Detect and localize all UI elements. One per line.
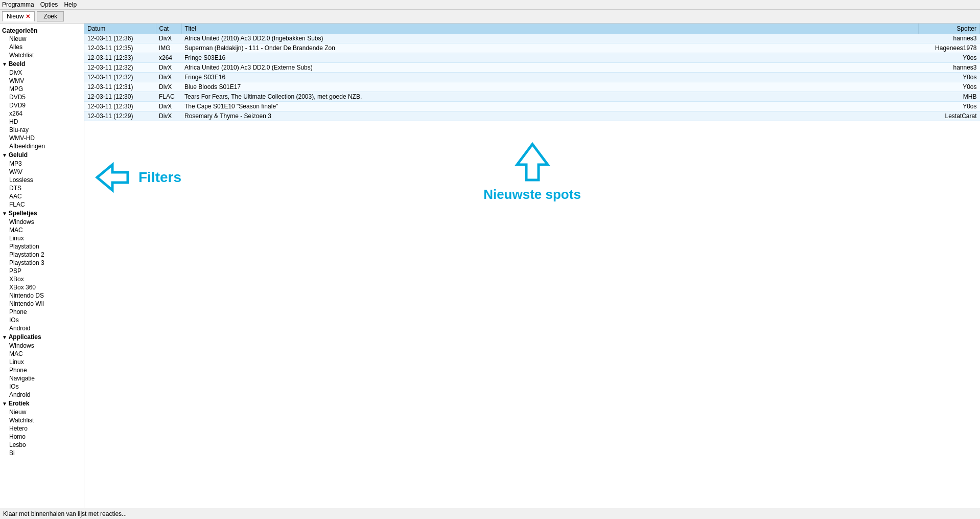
menu-help[interactable]: Help — [64, 1, 77, 8]
cell-cat: x264 — [156, 53, 181, 63]
sidebar-item-nintendo-ds[interactable]: Nintendo DS — [0, 291, 84, 300]
sidebar-item-linux-games[interactable]: Linux — [0, 234, 84, 242]
col-spotter[interactable]: Spotter — [919, 24, 980, 34]
cell-spotter: Y0os — [919, 73, 980, 82]
cell-cat: DivX — [156, 82, 181, 92]
sidebar-item-dvd5[interactable]: DVD5 — [0, 93, 84, 101]
content-area: Datum Cat Titel Spotter 12-03-11 (12:36)… — [84, 24, 980, 512]
table-row[interactable]: 12-03-11 (12:30)DivXThe Cape S01E10 "Sea… — [84, 102, 980, 111]
sidebar-item-alles[interactable]: Alles — [0, 43, 84, 51]
tab-close-icon[interactable]: ✕ — [26, 13, 30, 20]
cell-titel: Fringe S03E16 — [181, 73, 919, 82]
sidebar-item-hetero[interactable]: Hetero — [0, 424, 84, 433]
cell-cat: IMG — [156, 43, 181, 53]
sidebar-item-playstation[interactable]: Playstation — [0, 242, 84, 251]
sidebar-item-dvd9[interactable]: DVD9 — [0, 101, 84, 109]
sidebar-item-windows-apps[interactable]: Windows — [0, 342, 84, 350]
sidebar-item-mac-apps[interactable]: MAC — [0, 350, 84, 358]
filters-hint: Filters — [95, 162, 181, 193]
cell-spotter: hannes3 — [919, 34, 980, 43]
cell-datum: 12-03-11 (12:36) — [84, 34, 156, 43]
sidebar-item-windows-games[interactable]: Windows — [0, 218, 84, 226]
sidebar-section-applicaties[interactable]: Applicaties — [0, 332, 84, 342]
sidebar-item-lesbo[interactable]: Lesbo — [0, 441, 84, 449]
menu-opties[interactable]: Opties — [40, 1, 58, 8]
sidebar-section-spelletjes[interactable]: Spelletjes — [0, 209, 84, 218]
sidebar-item-wmv-hd[interactable]: WMV-HD — [0, 134, 84, 142]
sidebar-item-playstation2[interactable]: Playstation 2 — [0, 251, 84, 259]
cell-spotter: hannes3 — [919, 63, 980, 73]
newest-spots-hint: Nieuwste spots — [483, 142, 581, 202]
sidebar-item-lossless[interactable]: Lossless — [0, 176, 84, 184]
sidebar-item-bi[interactable]: Bi — [0, 449, 84, 457]
sidebar-item-watchlist[interactable]: Watchlist — [0, 51, 84, 59]
sidebar-item-wmv[interactable]: WMV — [0, 77, 84, 85]
sidebar-section-erotiek[interactable]: Erotiek — [0, 399, 84, 408]
filters-label: Filters — [138, 169, 181, 186]
cell-titel: The Cape S01E10 "Season finale" — [181, 102, 919, 111]
cell-spotter: Hagenees1978 — [919, 43, 980, 53]
table-row[interactable]: 12-03-11 (12:30)FLACTears For Fears, The… — [84, 92, 980, 102]
sidebar-item-phone-apps[interactable]: Phone — [0, 366, 84, 374]
search-button[interactable]: Zoek — [37, 11, 64, 21]
table-row[interactable]: 12-03-11 (12:32)DivXFringe S03E16Y0os — [84, 73, 980, 82]
cell-titel: Africa United (2010) Ac3 DD2.0 (Externe … — [181, 63, 919, 73]
sidebar-item-phone-games[interactable]: Phone — [0, 308, 84, 316]
cell-datum: 12-03-11 (12:32) — [84, 73, 156, 82]
sidebar-item-linux-apps[interactable]: Linux — [0, 358, 84, 366]
cell-titel: Africa United (2010) Ac3 DD2.0 (Ingebakk… — [181, 34, 919, 43]
cell-cat: DivX — [156, 102, 181, 111]
sidebar-item-flac[interactable]: FLAC — [0, 200, 84, 209]
table-row[interactable]: 12-03-11 (12:29)DivXRosemary & Thyme - S… — [84, 111, 980, 121]
statusbar-text: Klaar met binnenhalen van lijst met reac… — [3, 510, 127, 517]
main-layout: Categorieën Nieuw Alles Watchlist Beeld … — [0, 24, 980, 512]
cell-cat: FLAC — [156, 92, 181, 102]
sidebar-item-hd[interactable]: HD — [0, 118, 84, 126]
sidebar-item-bluray[interactable]: Blu-ray — [0, 126, 84, 134]
cell-titel: Superman (Baldakijn) - 111 - Onder De Br… — [181, 43, 919, 53]
sidebar-item-dts[interactable]: DTS — [0, 184, 84, 192]
col-cat[interactable]: Cat — [156, 24, 181, 34]
sidebar-item-erotiek-watchlist[interactable]: Watchlist — [0, 416, 84, 424]
sidebar-item-android-games[interactable]: Android — [0, 324, 84, 332]
newest-spots-label: Nieuwste spots — [483, 187, 581, 202]
sidebar-item-xbox360[interactable]: XBox 360 — [0, 283, 84, 291]
sidebar-item-divx[interactable]: DivX — [0, 69, 84, 77]
sidebar-item-playstation3[interactable]: Playstation 3 — [0, 259, 84, 267]
sidebar-section-geluid[interactable]: Geluid — [0, 150, 84, 160]
menu-programma[interactable]: Programma — [2, 1, 34, 8]
sidebar-item-aac[interactable]: AAC — [0, 192, 84, 200]
sidebar-item-navigatie[interactable]: Navigatie — [0, 374, 84, 382]
sidebar-item-ios-apps[interactable]: IOs — [0, 382, 84, 391]
table-row[interactable]: 12-03-11 (12:32)DivXAfrica United (2010)… — [84, 63, 980, 73]
sidebar-item-x264[interactable]: x264 — [0, 109, 84, 118]
sidebar-item-afbeeldingen[interactable]: Afbeeldingen — [0, 142, 84, 150]
sidebar-item-mp3[interactable]: MP3 — [0, 160, 84, 168]
sidebar-item-xbox[interactable]: XBox — [0, 275, 84, 283]
sidebar-item-mac-games[interactable]: MAC — [0, 226, 84, 234]
sidebar-item-ios-games[interactable]: IOs — [0, 316, 84, 324]
sidebar-item-mpg[interactable]: MPG — [0, 85, 84, 93]
sidebar-item-android-apps[interactable]: Android — [0, 391, 84, 399]
table-row[interactable]: 12-03-11 (12:33)x264Fringe S03E16Y0os — [84, 53, 980, 63]
sidebar-item-homo[interactable]: Homo — [0, 433, 84, 441]
table-row[interactable]: 12-03-11 (12:36)DivXAfrica United (2010)… — [84, 34, 980, 43]
sidebar-item-psp[interactable]: PSP — [0, 267, 84, 275]
col-datum[interactable]: Datum — [84, 24, 156, 34]
sidebar-item-nintendo-wii[interactable]: Nintendo Wii — [0, 300, 84, 308]
sidebar-item-wav[interactable]: WAV — [0, 168, 84, 176]
cell-titel: Fringe S03E16 — [181, 53, 919, 63]
table-row[interactable]: 12-03-11 (12:31)DivXBlue Bloods S01E17Y0… — [84, 82, 980, 92]
svg-marker-0 — [517, 144, 548, 180]
table-row[interactable]: 12-03-11 (12:35)IMGSuperman (Baldakijn) … — [84, 43, 980, 53]
sidebar-item-nieuw[interactable]: Nieuw — [0, 35, 84, 43]
col-titel[interactable]: Titel — [181, 24, 919, 34]
results-area: Datum Cat Titel Spotter 12-03-11 (12:36)… — [84, 24, 980, 121]
sidebar-section-beeld[interactable]: Beeld — [0, 59, 84, 69]
hint-area: Nieuwste spots Filters — [84, 121, 980, 512]
sidebar-item-erotiek-nieuw[interactable]: Nieuw — [0, 408, 84, 416]
cell-cat: DivX — [156, 73, 181, 82]
tab-nieuw[interactable]: Nieuw ✕ — [2, 11, 35, 21]
toolbar: Nieuw ✕ Zoek — [0, 10, 980, 24]
cell-cat: DivX — [156, 34, 181, 43]
